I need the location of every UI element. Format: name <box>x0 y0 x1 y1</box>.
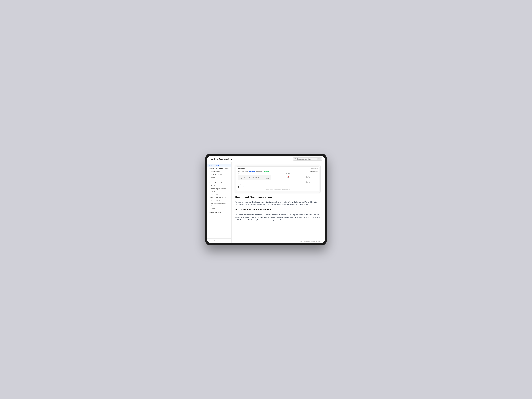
sidebar-scroll: Introduction First Project: HTTP Server … <box>207 162 231 238</box>
last-updated-text: Last updated on February 2, 2023 <box>300 240 321 242</box>
tablet-screen: Heartbeat Documentation ⌘K Introduction <box>207 156 325 243</box>
mock-tab-activate: Activate <box>245 171 248 172</box>
mock-msg-2: 82 BPM <box>306 175 317 176</box>
mock-heart-icon: ♥ <box>288 175 289 177</box>
mock-graph-area <box>238 175 271 180</box>
mock-center-panel: Heart Rate ♥ 82 BPM <box>272 173 305 183</box>
mock-sound-item: ▶ Lovely Day Bill Withers <box>238 186 317 188</box>
sidebar-sub-code[interactable]: Code <box>207 176 231 178</box>
chevron-icon: ▾ <box>228 168 229 169</box>
chevron-icon-2: ▾ <box>228 182 229 184</box>
mock-msg-8: Heart Radio <box>306 182 317 183</box>
mock-msg-7: 82 BPM <box>306 181 317 182</box>
mock-bpm-value: 82 BPM <box>287 177 290 178</box>
mock-msg-5: 80 BPM <box>306 178 317 179</box>
doc-section1-title: What's the idea behind Heartbeat? <box>235 208 321 212</box>
sidebar-sub-backend[interactable]: The Backend <box>207 204 231 207</box>
app-title: Heartbeat Documentation <box>210 158 232 160</box>
latest-messages-label: Latest Messages <box>310 171 317 172</box>
doc-main-title: Heartbeat Documentation <box>235 196 321 199</box>
content-footer: Last updated on February 2, 2023 <box>232 239 325 243</box>
mock-tab-data-logging: Data Logging <box>238 171 244 172</box>
sidebar-sub-usecases[interactable]: Usecases <box>207 178 231 181</box>
sidebar-section-first-project[interactable]: First Project: HTTP Server ▾ <box>207 167 231 170</box>
content-wrapper: HeartbeatOS Documentation Data Logging A… <box>232 162 325 243</box>
sidebar-sub-azure-cloud[interactable]: The Azure Cloud <box>207 184 231 187</box>
mock-footer: A Project by Florian Kiem and Anton Stal… <box>238 189 317 190</box>
light-mode-dot <box>209 240 211 241</box>
sidebar-sub-azure-implementation[interactable]: Azure Implementation <box>207 187 231 190</box>
sidebar-item-introduction[interactable]: Introduction <box>207 164 231 167</box>
sidebar-section-third-project[interactable]: Third Project: Frontend ▾ <box>207 196 231 199</box>
mock-graph-label: Graph <box>238 173 271 174</box>
mock-msg-3: 82 BPM <box>306 176 317 177</box>
search-input[interactable] <box>297 158 316 160</box>
light-mode-label: Light <box>212 240 215 242</box>
top-bar: Heartbeat Documentation ⌘K <box>207 156 325 162</box>
mock-msg-4: Heart Ache <box>306 177 317 178</box>
tablet-frame: Heartbeat Documentation ⌘K Introduction <box>205 154 327 245</box>
doc-intro-text: Welcome to Heartbeat. Heartbeat is a pro… <box>235 201 321 206</box>
mock-tab-overview: Overview <box>249 171 255 172</box>
sidebar-section-label-3: Third Project: Frontend <box>209 196 226 198</box>
mock-heart-rate-label: Heart Rate <box>286 173 291 174</box>
mock-app-header: HeartbeatOS Documentation <box>238 168 317 170</box>
sidebar-sub-azure-usecases[interactable]: Usecases <box>207 193 231 196</box>
mock-msg-6: 82 BPM <box>306 180 317 181</box>
sidebar-section-label: First Project: HTTP Server <box>209 168 228 169</box>
mock-app-title: HeartbeatOS <box>238 168 245 169</box>
sidebar-section-second-project[interactable]: Second Project: Azure ▾ <box>207 181 231 184</box>
mock-sound-subtitle: Bill Withers <box>240 187 317 187</box>
sidebar-sub-implementation[interactable]: Implementation <box>207 173 231 176</box>
sidebar-item-final-conclusion[interactable]: Final Conclusion <box>207 211 231 214</box>
search-box[interactable]: ⌘K <box>293 157 322 161</box>
mock-tab-receive: Receive Heart <box>256 171 262 172</box>
mock-right-panel: 82 BPM 82 BPM 82 BPM Heart Ache 80 BPM 8… <box>306 173 317 183</box>
mock-sound-progress-bar <box>240 188 317 188</box>
mock-nav-tabs: Data Logging Activate Overview Receive H… <box>238 171 317 172</box>
sidebar-sub-frontend[interactable]: The Frontend <box>207 199 231 202</box>
mock-sound-info: Lovely Day Bill Withers <box>240 186 317 188</box>
sidebar-wrapper: Introduction First Project: HTTP Server … <box>207 162 232 243</box>
status-badge: Active <box>265 171 269 172</box>
search-shortcut: ⌘K <box>317 158 321 160</box>
svg-line-1 <box>296 159 296 159</box>
chevron-icon-3: ▾ <box>228 196 229 198</box>
sidebar-bottom[interactable]: Light <box>207 238 231 243</box>
mock-content-row: Graph Heart Rate <box>238 173 317 183</box>
sidebar-sub-connecting[interactable]: Connecting everything <box>207 202 231 204</box>
doc-section1-body: Simple said: The communication between a… <box>235 214 321 221</box>
hero-image: HeartbeatOS Documentation Data Logging A… <box>235 165 321 193</box>
sidebar-section-label-2: Second Project: Azure <box>209 182 225 184</box>
mock-sounds-label: Sounds <box>238 184 317 185</box>
sidebar-sub-azure-code[interactable]: Code <box>207 190 231 193</box>
mock-sounds-section: Sounds ▶ Lovely Day Bill Withers <box>238 184 317 188</box>
content-area: HeartbeatOS Documentation Data Logging A… <box>232 162 325 239</box>
main-layout: Introduction First Project: HTTP Server … <box>207 162 325 243</box>
search-icon <box>294 158 296 160</box>
mock-app-doc-btn: Documentation <box>311 168 317 169</box>
mock-left-panel: Graph <box>238 173 271 183</box>
sidebar-sub-technologies[interactable]: Technologies <box>207 170 231 173</box>
sidebar-sub-frontend-code[interactable]: Code <box>207 207 231 210</box>
mock-sound-icon: ▶ <box>238 186 239 188</box>
mock-msg-1: 82 BPM <box>306 173 317 174</box>
mock-app: HeartbeatOS Documentation Data Logging A… <box>236 166 319 191</box>
mock-messages-list: 82 BPM 82 BPM 82 BPM Heart Ache 80 BPM 8… <box>306 173 317 183</box>
